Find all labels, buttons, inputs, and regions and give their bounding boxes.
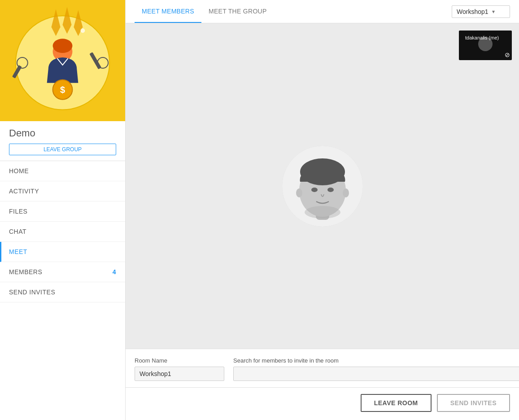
main-participant-avatar <box>282 146 363 227</box>
sidebar-item-home[interactable]: HOME <box>0 161 125 181</box>
search-invite-label: Search for members to invite in the room <box>233 357 519 364</box>
self-video-tile: tdakanalis (me) ⊘ <box>459 31 512 60</box>
svg-point-20 <box>305 206 340 219</box>
sidebar-item-files[interactable]: FILES <box>0 201 125 222</box>
sidebar-item-meet[interactable]: MEET <box>0 242 125 262</box>
sidebar-item-members[interactable]: MEMBERS 4 <box>0 262 125 282</box>
chevron-down-icon: ▾ <box>492 9 495 15</box>
group-title: Demo <box>0 121 125 142</box>
tab-bar: MEET MEMBERS MEET THE GROUP <box>135 0 274 23</box>
svg-point-18 <box>311 188 318 192</box>
svg-point-6 <box>53 39 73 53</box>
leave-room-button[interactable]: LEAVE ROOM <box>361 394 432 412</box>
mic-off-icon: ⊘ <box>505 51 510 58</box>
svg-point-13 <box>80 28 85 33</box>
members-badge: 4 <box>113 268 116 276</box>
sidebar: $ Demo LEAVE GROUP HOME ACTIVITY FILES C… <box>0 0 126 420</box>
bottom-form-section: Room Name Search for members to invite i… <box>126 349 519 387</box>
sidebar-navigation: HOME ACTIVITY FILES CHAT MEET MEMBERS 4 … <box>0 161 125 302</box>
form-row: Room Name Search for members to invite i… <box>135 357 510 381</box>
sidebar-item-send-invites[interactable]: SEND INVITES <box>0 282 125 302</box>
tab-meet-the-group[interactable]: MEET THE GROUP <box>201 0 274 23</box>
send-invites-button[interactable]: SEND INVITES <box>437 394 510 412</box>
main-content: MEET MEMBERS MEET THE GROUP Workshop1 ▾ … <box>126 0 519 420</box>
room-name-label: Room Name <box>135 357 224 364</box>
self-video-label: tdakanalis (me) <box>462 33 502 42</box>
sidebar-item-chat[interactable]: CHAT <box>0 222 125 242</box>
search-invite-group: Search for members to invite in the room <box>233 357 519 381</box>
svg-text:$: $ <box>60 85 65 95</box>
room-name-group: Room Name <box>135 357 224 381</box>
room-name-input[interactable] <box>135 367 224 381</box>
main-header: MEET MEMBERS MEET THE GROUP Workshop1 ▾ <box>126 0 519 23</box>
action-bar: LEAVE ROOM SEND INVITES <box>126 387 519 420</box>
svg-point-21 <box>296 188 302 197</box>
svg-point-19 <box>327 188 334 192</box>
leave-group-button[interactable]: LEAVE GROUP <box>9 144 116 155</box>
room-selector-label: Workshop1 <box>457 8 488 15</box>
sidebar-item-activity[interactable]: ACTIVITY <box>0 181 125 201</box>
room-selector[interactable]: Workshop1 ▾ <box>452 5 510 18</box>
video-area: tdakanalis (me) ⊘ <box>126 23 519 349</box>
tab-meet-members[interactable]: MEET MEMBERS <box>135 0 201 23</box>
svg-point-22 <box>343 188 349 197</box>
search-invite-input[interactable] <box>233 367 519 381</box>
group-banner: $ <box>0 0 125 121</box>
